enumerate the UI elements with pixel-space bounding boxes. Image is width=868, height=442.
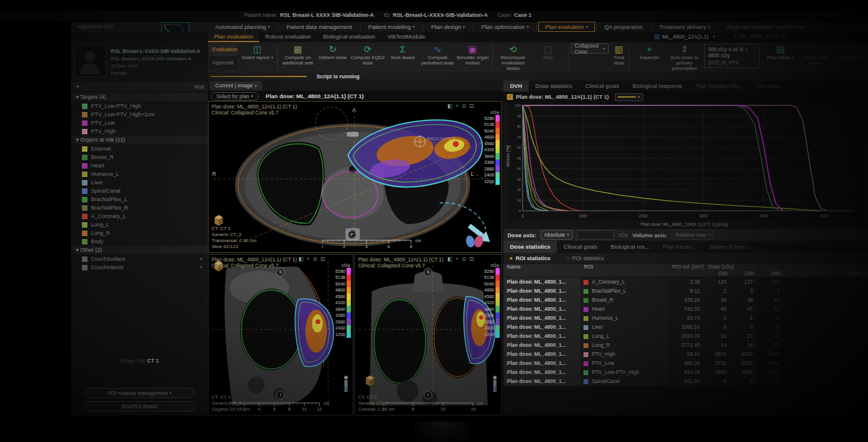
roi-tree-header[interactable]: ▾ Matl (71, 82, 208, 91)
tab-dose-statistics[interactable]: Dose statistics (529, 81, 579, 92)
volume-axis-select[interactable]: Relative max ▾ (671, 230, 714, 240)
menu-item-treatment-delivery[interactable]: Treatment delivery▾ (653, 22, 717, 32)
roi-item-brachialplex-l[interactable]: BrachialPlex_L (71, 195, 208, 204)
table-row[interactable]: Plan dose: ML_4800_1...A_Coronary_L3.391… (503, 278, 868, 287)
select-layout-button[interactable]: ◫Select layout▾ (240, 43, 275, 60)
fullscreen-icon[interactable]: ⊡ (320, 256, 325, 262)
tab-dvh[interactable]: DVH (503, 81, 529, 92)
auto-scale-to-primary-prescription-button[interactable]: ⇕Auto scale to primary prescription (667, 43, 702, 72)
roi-poi-details-button[interactable]: ROI/POI details (85, 401, 195, 411)
table-row[interactable]: Plan dose: ML_4800_1...BrachialPlex_L9.1… (503, 287, 868, 296)
col-d95[interactable]: D95 (758, 270, 784, 277)
radio-roi-statistics[interactable]: ●ROI statistics (509, 255, 550, 261)
roi-item-liver[interactable]: Liver (71, 178, 208, 187)
sum-doses-button[interactable]: ΣSum doses (385, 43, 420, 60)
axial-viewport[interactable]: PRESCRIPTION Plan dose: ML_4800_12A(1.1) (208, 101, 502, 253)
ribbon-tab-evaluation[interactable]: Evaluation (209, 43, 237, 56)
table-row[interactable]: Plan dose: ML_4800_1...PTV_High58.414574… (503, 350, 868, 359)
table-row[interactable]: Plan dose: ML_4800_1...SpinalCanal101.40… (503, 377, 868, 386)
tab-clinical-goals[interactable]: Clinical goals (579, 81, 626, 92)
export-dose-button[interactable]: ↧Export dose (833, 43, 868, 66)
roi-group-organs-at-risk-12[interactable]: ▾ Organs at risk (12) (71, 135, 208, 145)
zoom-icon[interactable]: ⊙ (462, 256, 467, 262)
roi-item-breast-r[interactable]: Breast_R (71, 153, 208, 161)
zoom-icon[interactable]: ⊙ (462, 103, 467, 109)
roi-item-heart[interactable]: Heart (71, 161, 208, 170)
roi-item-ptv-low-ptv-high-1cm[interactable]: PTV_Low-PTV_High+1cm (71, 110, 208, 119)
recompute-invalidated-doses-button[interactable]: ⟲Recompute invalidated doses (495, 43, 530, 72)
select-for-plan-button[interactable]: Select for plan ▾ (211, 92, 259, 101)
plan-setup-button[interactable]: ▤Plan setup▾ (763, 43, 798, 66)
roi-item-ptv-low-ptv-high[interactable]: PTV_Low-PTV_High (71, 102, 208, 110)
radio-poi-statistics[interactable]: ○POI statistics (566, 255, 604, 261)
roi-item-external[interactable]: External (71, 145, 208, 153)
fullscreen-icon[interactable]: ⊡ (469, 103, 474, 109)
view-mode-tab[interactable]: Current | Image ▾ (210, 81, 262, 90)
col-name[interactable]: Name (503, 264, 580, 270)
tab-line-dose[interactable]: Line dose (749, 81, 787, 92)
tab-plan-fractio[interactable]: Plan fractio... (656, 241, 702, 253)
menu-item-regimen-template-specification[interactable]: Regimen template specification (720, 22, 813, 32)
tab-dose-statistics[interactable]: Dose statistics (503, 241, 557, 253)
compute-on-additional-sets-button[interactable]: ▦Compute on additional sets (280, 43, 315, 66)
menu-item-qa-preparation[interactable]: QA preparation (598, 22, 650, 32)
table-row[interactable]: Plan dose: ML_4800_1...Breast_R430.29363… (503, 296, 868, 305)
roi-material-management-button[interactable]: ROI material management ▾ (85, 388, 195, 398)
dose-axis-select[interactable]: Absolute ▾ (541, 230, 573, 240)
table-row[interactable]: Plan dose: ML_4800_1...Lung_R2771.401416… (503, 341, 868, 350)
coronal-viewport[interactable]: Plan dose: ML_4800_12A(1.1) (CT 1)Clinic… (354, 254, 502, 416)
pan-icon[interactable]: + (456, 256, 459, 262)
dvh-chart[interactable]: Volume [%] 01020304050607080901000100020… (508, 102, 860, 220)
deform-dose-button[interactable]: ↻Deform dose (315, 43, 350, 60)
col-roi-volume[interactable]: ROI vol. [cm³] (668, 264, 705, 270)
roi-item-lung-l[interactable]: Lung_L (71, 220, 208, 229)
tab-clinical-goals[interactable]: Clinical goals (557, 241, 604, 253)
tab-plan-evaluation[interactable]: Plan evaluation (208, 32, 259, 42)
final-dose-button[interactable]: ▥ Final dose (611, 43, 626, 66)
roi-group-targets-4[interactable]: ▾ Targets (4) (71, 93, 208, 102)
markers-icon[interactable]: ◧ (298, 256, 304, 262)
roi-item-humerus-l[interactable]: Humerus_L (71, 170, 208, 178)
fullscreen-icon[interactable]: ⊡ (469, 256, 474, 262)
pan-icon[interactable]: + (456, 103, 459, 109)
table-row[interactable]: Plan dose: ML_4800_1...Liver1095.53000 (503, 323, 868, 332)
compute-perturbed-dose-button[interactable]: ∿Compute perturbed dose (420, 43, 455, 66)
menu-item-patient-data-management[interactable]: Patient data management (280, 22, 359, 32)
plan-selector-secondary[interactable]: ● ML_4800_12A(1.1) (734, 33, 787, 39)
sagittal-viewport[interactable]: Plan dose: ML_4800_12A(1.1) (CT 1)Clinic… (208, 254, 353, 416)
table-row[interactable]: Plan dose: ML_4800_1...PTV_Low486.053731… (503, 359, 868, 368)
col-d99[interactable]: D99 (705, 270, 731, 277)
col-d98[interactable]: D98 (731, 270, 758, 277)
roi-item-couchinterior[interactable]: CouchInterior▾ (71, 263, 208, 272)
plan-visibility-checkbox[interactable]: ✓ (507, 94, 513, 100)
menu-item-automated-planning[interactable]: Automated planning▾ (209, 22, 277, 32)
plan-selector[interactable]: ▤ ML_4800_12A(1.1) ▾ (654, 33, 715, 40)
col-roi[interactable]: ROI (580, 264, 668, 270)
roi-item-ptv-high[interactable]: PTV_High (71, 127, 208, 135)
tab-biological-response[interactable]: Biological response (626, 81, 688, 92)
tab-vtktestmodule[interactable]: VtkTestModule (382, 32, 431, 42)
roi-item-body[interactable]: Body (71, 237, 208, 246)
roi-item-spinalcanal[interactable]: SpinalCanal (71, 187, 208, 195)
roi-item-ptv-low[interactable]: PTV_Low (71, 119, 208, 127)
compute-eqd2-dose-button[interactable]: ⟳Compute EQD2 dose (350, 43, 385, 66)
inspector-button[interactable]: ⌖Inspector (632, 43, 667, 72)
table-row[interactable]: Plan dose: ML_4800_1...PTV_Low-PTV_High4… (503, 368, 868, 377)
markers-icon[interactable]: ◧ (447, 256, 453, 262)
roi-item-lung-r[interactable]: Lung_R (71, 229, 208, 237)
roi-item-brachialplex-r[interactable]: BrachialPlex_R (71, 204, 208, 212)
zoom-icon[interactable]: ⊙ (313, 256, 318, 262)
table-row[interactable]: Plan dose: ML_4800_1...Humerus_L50.74223 (503, 314, 868, 323)
roi-item-couchsurface[interactable]: CouchSurface▾ (71, 255, 208, 263)
tab-biological-res[interactable]: Biological res... (604, 241, 656, 253)
pan-icon[interactable]: + (307, 256, 310, 262)
tab-robust-evaluation[interactable]: Robust evaluation (259, 32, 317, 42)
tab-biological-evaluation[interactable]: Biological evaluation (317, 32, 382, 42)
menu-item-plan-design[interactable]: Plan design▾ (424, 22, 471, 32)
table-row[interactable]: Plan dose: ML_4800_1...Lung_L2024.702427… (503, 332, 868, 341)
curve-style-select[interactable]: ▾ (615, 93, 643, 101)
ribbon-tab-approval[interactable]: Approval (209, 57, 237, 69)
dose-value-input[interactable] (577, 230, 614, 240)
menu-item-plan-optimization[interactable]: Plan optimization▾ (474, 22, 535, 32)
simulate-organ-motion-button[interactable]: ▣Simulate organ motion (455, 43, 490, 66)
